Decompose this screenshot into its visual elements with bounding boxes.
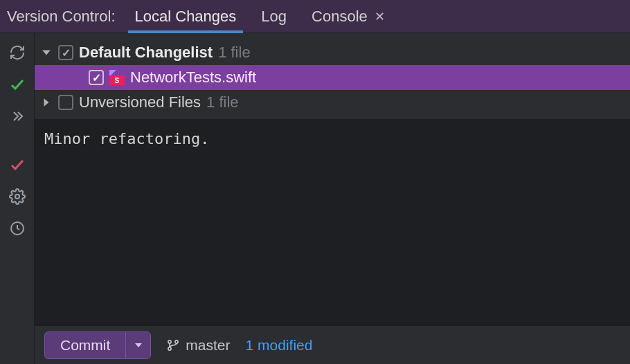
history-button[interactable] xyxy=(8,219,27,238)
settings-button[interactable] xyxy=(8,187,27,206)
modified-count[interactable]: 1 modified xyxy=(246,337,313,354)
changelist-name: Default Changelist xyxy=(79,44,213,62)
close-icon[interactable]: ✕ xyxy=(375,9,385,24)
branch-name: master xyxy=(186,337,230,354)
changelist-node[interactable]: Default Changelist 1 file xyxy=(35,40,630,65)
file-checkbox[interactable] xyxy=(89,70,104,85)
changes-tree: Default Changelist 1 file S NetworkTests… xyxy=(35,33,630,119)
tab-local-changes[interactable]: Local Changes xyxy=(123,0,249,33)
file-name: NetworkTests.swift xyxy=(130,69,256,87)
chevron-down-icon[interactable] xyxy=(40,46,53,59)
tab-label: Log xyxy=(261,8,287,26)
chevron-down-icon xyxy=(134,341,143,349)
unversioned-name: Unversioned Files xyxy=(79,93,201,111)
tab-label: Console xyxy=(312,8,368,26)
main-panel: Default Changelist 1 file S NetworkTests… xyxy=(35,33,630,364)
svg-point-2 xyxy=(168,340,171,343)
tabbar-title: Version Control: xyxy=(6,0,123,33)
changelist-checkbox[interactable] xyxy=(58,45,73,60)
branch-icon xyxy=(166,338,180,352)
chevron-right-icon[interactable] xyxy=(40,96,53,109)
chevrons-right-icon xyxy=(9,108,26,125)
commit-check-button[interactable] xyxy=(8,75,27,94)
refresh-button[interactable] xyxy=(8,43,27,62)
commit-button-group: Commit xyxy=(44,331,151,359)
commit-footer: Commit master 1 modified xyxy=(35,325,630,364)
clock-icon xyxy=(9,220,26,237)
branch-indicator[interactable]: master xyxy=(166,337,230,354)
commit-message-input[interactable] xyxy=(35,119,630,325)
changelist-count: 1 file xyxy=(218,44,250,62)
tab-log[interactable]: Log xyxy=(249,0,299,33)
check-icon xyxy=(9,76,26,93)
tab-label: Local Changes xyxy=(135,8,237,26)
unversioned-checkbox[interactable] xyxy=(58,95,73,110)
unversioned-node[interactable]: Unversioned Files 1 file xyxy=(35,90,630,115)
svg-point-4 xyxy=(175,340,178,343)
unversioned-count: 1 file xyxy=(206,93,238,111)
svg-point-0 xyxy=(15,194,19,199)
revert-check-icon xyxy=(9,156,26,173)
left-toolbar xyxy=(0,33,35,364)
gear-icon xyxy=(9,188,26,205)
commit-dropdown[interactable] xyxy=(125,332,150,358)
file-row[interactable]: S NetworkTests.swift xyxy=(35,65,630,90)
commit-button[interactable]: Commit xyxy=(45,332,125,358)
swift-file-icon: S xyxy=(109,70,125,85)
tab-console[interactable]: Console ✕ xyxy=(299,0,397,33)
refresh-icon xyxy=(9,44,26,61)
rollback-button[interactable] xyxy=(8,155,27,174)
expand-button[interactable] xyxy=(8,107,27,126)
svg-point-3 xyxy=(168,347,171,349)
vcs-tab-bar: Version Control: Local Changes Log Conso… xyxy=(0,0,630,33)
